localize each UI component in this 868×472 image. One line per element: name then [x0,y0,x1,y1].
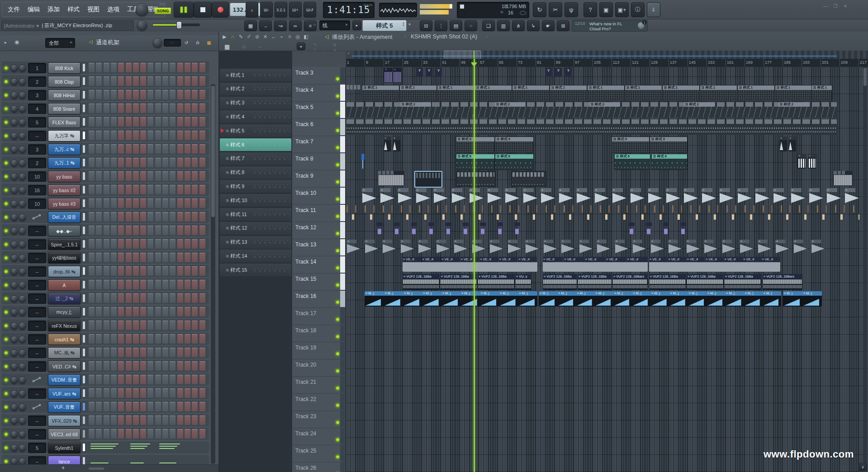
step-button[interactable] [140,348,146,357]
track-color-strip[interactable] [340,377,345,393]
step-button[interactable] [96,321,102,330]
channel-led[interactable] [4,229,8,233]
audio-clip[interactable]: » [393,68,402,83]
zoom-icon[interactable]: ◎ [294,33,302,41]
channel-mute-strip[interactable] [83,416,85,424]
channel-led[interactable] [4,188,8,192]
magnet-icon[interactable]: ∩ [229,33,237,41]
step-button[interactable] [96,104,102,113]
step-button[interactable] [140,76,146,86]
pattern-clip[interactable]: ヨ 样式 1 [550,85,587,101]
channel-button[interactable]: 808 Snare [48,103,81,114]
step-button[interactable] [192,348,198,357]
detach-icon[interactable]: ⊟ [420,20,432,31]
step-button[interactable] [104,321,109,330]
audio-triangle-clip[interactable]: » [683,188,700,203]
step-button[interactable] [177,158,183,167]
step-button[interactable] [140,402,146,411]
step-button[interactable] [155,415,161,425]
wait-input-icon[interactable]: Ш◦ [260,2,273,18]
menu-item-4[interactable]: 视图 [87,5,100,14]
step-button[interactable] [133,415,139,425]
pattern-item[interactable]: ヨ样式 12 [220,222,291,235]
track-color-strip[interactable] [340,239,345,255]
channel-value-lcd[interactable]: -- [28,293,46,304]
channel-pan-knob[interactable] [11,227,18,234]
mini-tool-icon-0[interactable]: ↹ [312,42,318,47]
channel-pan-knob[interactable] [11,349,18,356]
pattern-clip[interactable]: ヨ 样式 1 [362,85,399,101]
step-button[interactable] [96,76,102,86]
channel-pan-knob[interactable] [11,214,18,221]
channel-volume-knob[interactable] [19,227,26,234]
track-color-strip[interactable] [340,102,345,118]
step-button[interactable] [185,212,190,222]
note-small-clip[interactable] [663,222,669,236]
pattern-clip-label[interactable]: ヨ 样式 2 [400,102,431,107]
channel-value-lcd[interactable]: 1 [28,63,46,73]
step-button[interactable] [111,239,117,249]
vuf-audio-clip[interactable]: » VUF2 128..16Bars [763,274,802,290]
vuf-audio-clip[interactable]: » VUF2 128..16Ba [543,274,577,290]
menu-item-1[interactable]: 编辑 [28,5,40,14]
step-button[interactable] [111,402,117,411]
track-color-strip[interactable] [340,428,345,444]
step-button[interactable] [199,266,205,276]
rack-swing-knob[interactable] [153,38,162,47]
step-button[interactable] [89,280,95,289]
channel-value-lcd[interactable]: 5 [28,117,46,127]
ve-clip-group[interactable]: » VE..#» VE..#» VE..#» VE..#» VE..#» VE.… [403,257,537,272]
channel-led[interactable] [4,175,8,179]
step-button[interactable] [155,90,161,99]
step-button[interactable] [185,144,190,154]
channel-value-lcd[interactable]: 5 [28,443,46,453]
vuf-audio-clip[interactable]: » VUF2 128..16Ba [440,274,477,290]
pat-song-switch[interactable]: PAT SONG [154,1,172,18]
step-button[interactable] [147,307,153,316]
pattern-item[interactable]: ヨ样式 14 [220,250,291,262]
step-button[interactable] [155,226,161,235]
step-button[interactable] [118,90,124,99]
channel-pan-knob[interactable] [11,431,18,438]
pattern-clip-label[interactable]: ヨ 样式 2 [589,102,620,107]
step-button[interactable] [126,307,132,316]
audio-triangle-clip2[interactable]: » [543,240,560,255]
pattern-clip-label[interactable]: ヨ 样式 2 [684,102,715,107]
pattern-selector-display[interactable]: 样式 5 ▲▼ [362,20,407,31]
step-button[interactable] [199,158,205,167]
step-button[interactable] [111,375,117,384]
rack-hscrollbar[interactable] [89,467,104,470]
channel-pan-knob[interactable] [11,78,18,85]
audio-triangle-clip2[interactable]: » [508,240,524,255]
track-led[interactable] [336,231,340,236]
note-small-clip[interactable] [411,222,417,236]
channel-mute-strip[interactable] [83,199,85,207]
time-display[interactable]: 1:41:15 M:S:CS [323,2,375,18]
step-button[interactable] [104,239,109,249]
channel-button[interactable]: VEC3..ed 68 [48,429,81,440]
track-led[interactable] [336,180,340,184]
step-button[interactable] [133,375,139,384]
track-header[interactable]: Track 17... [292,307,346,325]
channel-link-icon[interactable] [28,402,45,411]
playlist-vscrollbar[interactable] [863,67,867,463]
step-button[interactable] [118,280,124,289]
step-button[interactable] [111,185,117,194]
step-button[interactable] [170,375,175,384]
step-button[interactable] [177,185,183,194]
step-button[interactable] [126,266,132,276]
note-mini-clip[interactable]: ∨ [426,68,432,77]
step-button[interactable] [104,388,109,398]
help-icon[interactable]: ? [583,2,597,17]
channel-button[interactable]: A [48,279,81,291]
step-button[interactable] [140,321,146,330]
step-button[interactable] [118,321,124,330]
track-header[interactable]: Track 26... [292,462,346,472]
folder-icon[interactable]: ❏ [482,20,495,31]
step-button[interactable] [192,185,198,194]
channel-led[interactable] [4,66,8,70]
step-button[interactable] [177,293,183,303]
audio-triangle-clip[interactable]: » [844,188,861,203]
step-button[interactable] [147,361,153,371]
track-led[interactable] [336,128,340,132]
